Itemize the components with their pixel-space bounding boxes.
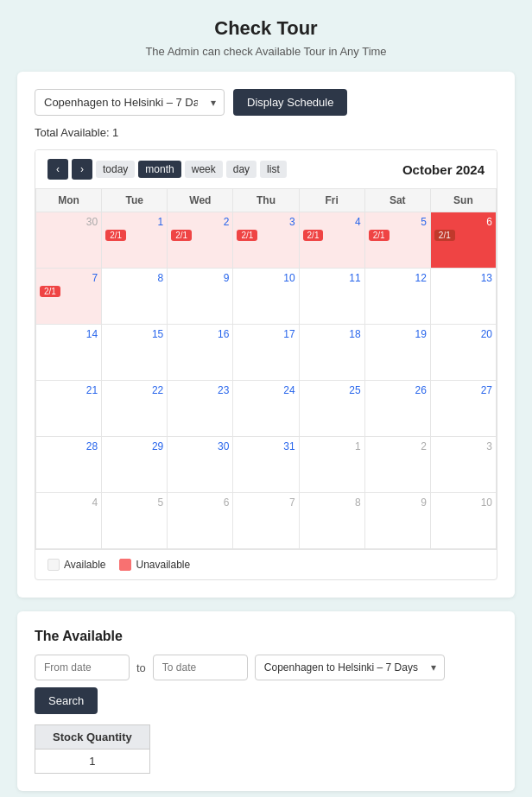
legend-unavailable-label: Unavailable: [136, 559, 190, 571]
stock-quantity-value: 1: [35, 750, 150, 774]
total-available-label: Total Available: 1: [35, 126, 497, 139]
table-row: 23: [168, 381, 233, 437]
calendar-header: ‹ › today month week day list October 20…: [35, 150, 497, 188]
table-row: 3 2/1: [233, 212, 299, 269]
table-row: 30: [168, 437, 233, 493]
table-row: 17: [233, 325, 299, 381]
table-row: 18: [299, 325, 364, 381]
calendar-grid: Mon Tue Wed Thu Fri Sat Sun 30 1: [35, 188, 497, 549]
to-label: to: [136, 661, 146, 674]
from-date-input[interactable]: [35, 655, 130, 680]
search-row: to Copenhagen to Helsinki – 7 Days Searc…: [35, 655, 497, 714]
table-row: 28 29 30 31 1 2: [36, 437, 497, 493]
calendar-container: ‹ › today month week day list October 20…: [35, 149, 497, 580]
table-row: 16: [168, 325, 233, 381]
table-row: 1: [35, 750, 150, 774]
calendar-nav: ‹ › today month week day list: [48, 159, 287, 180]
table-row: 4 5 6 7 8 9: [36, 493, 497, 549]
col-mon: Mon: [36, 189, 102, 212]
legend-available: Available: [48, 559, 105, 571]
search-tour-select[interactable]: Copenhagen to Helsinki – 7 Days: [255, 655, 445, 680]
calendar-week-button[interactable]: week: [185, 161, 223, 178]
table-row: 14 15 16 17 18 19: [36, 325, 497, 381]
legend-unavailable-box: [119, 559, 131, 571]
table-row: 21 22 23 24 25 26: [36, 381, 497, 437]
col-fri: Fri: [299, 189, 364, 212]
table-row: 29: [102, 437, 168, 493]
table-row: 8: [299, 493, 364, 549]
table-row: 7 2/1 8 9 10 11 12: [36, 269, 497, 325]
calendar-day-button[interactable]: day: [226, 161, 256, 178]
table-row: 5: [102, 493, 168, 549]
table-row: 22: [102, 381, 168, 437]
table-row: 7 2/1: [36, 269, 102, 325]
col-tue: Tue: [102, 189, 168, 212]
table-row: 6: [168, 493, 233, 549]
page-title: Check Tour: [17, 17, 515, 40]
stock-table: Stock Quantity 1: [35, 724, 150, 774]
stock-quantity-header: Stock Quantity: [35, 725, 150, 750]
table-row: 7: [233, 493, 299, 549]
calendar-prev-button[interactable]: ‹: [48, 159, 68, 180]
table-row: 30 1 2/1 2 2/1 3 2/1 4: [36, 212, 497, 269]
calendar-next-button[interactable]: ›: [72, 159, 92, 180]
table-row: 24: [233, 381, 299, 437]
col-wed: Wed: [168, 189, 233, 212]
table-row: 10: [430, 493, 496, 549]
calendar-today-button[interactable]: today: [96, 161, 135, 178]
calendar-month-title: October 2024: [402, 162, 484, 177]
page-subtitle: The Admin can check Available Tour in An…: [17, 45, 515, 58]
table-row: 4 2/1: [299, 212, 364, 269]
table-row: 25: [299, 381, 364, 437]
display-schedule-button[interactable]: Display Schedule: [233, 89, 347, 116]
table-row: 14: [36, 325, 102, 381]
tour-select[interactable]: Copenhagen to Helsinki – 7 Days: [35, 89, 225, 116]
to-date-input[interactable]: [153, 655, 248, 680]
table-row: 13: [430, 269, 496, 325]
table-row: 28: [36, 437, 102, 493]
calendar-month-button[interactable]: month: [138, 161, 180, 178]
available-section: The Available to Copenhagen to Helsinki …: [17, 611, 515, 791]
col-sun: Sun: [430, 189, 496, 212]
table-row: 31: [233, 437, 299, 493]
col-sat: Sat: [364, 189, 430, 212]
table-row: 9: [364, 493, 430, 549]
available-section-title: The Available: [35, 629, 497, 644]
legend-available-box: [48, 559, 60, 571]
table-row: 2 2/1: [168, 212, 233, 269]
table-row: 6 2/1: [430, 212, 496, 269]
table-row: 3: [430, 437, 496, 493]
table-row: 4: [36, 493, 102, 549]
table-row: 11: [299, 269, 364, 325]
table-row: 15: [102, 325, 168, 381]
calendar-legend: Available Unavailable: [35, 549, 497, 579]
table-row: 10: [233, 269, 299, 325]
calendar-list-button[interactable]: list: [260, 161, 287, 178]
search-button[interactable]: Search: [35, 687, 98, 714]
legend-available-label: Available: [64, 559, 105, 571]
table-row: 21: [36, 381, 102, 437]
table-row: 27: [430, 381, 496, 437]
table-row: 5 2/1: [364, 212, 430, 269]
legend-unavailable: Unavailable: [119, 559, 190, 571]
table-row: 1 2/1: [102, 212, 168, 269]
table-row: 26: [364, 381, 430, 437]
table-row: 12: [364, 269, 430, 325]
table-row: 9: [168, 269, 233, 325]
col-thu: Thu: [233, 189, 299, 212]
table-row: 19: [364, 325, 430, 381]
table-row: 20: [430, 325, 496, 381]
tour-select-wrapper: Copenhagen to Helsinki – 7 Days: [35, 89, 225, 116]
table-row: 30: [36, 212, 102, 269]
search-tour-select-wrapper: Copenhagen to Helsinki – 7 Days: [255, 655, 445, 680]
table-row: 2: [364, 437, 430, 493]
table-row: 8: [102, 269, 168, 325]
table-row: 1: [299, 437, 364, 493]
